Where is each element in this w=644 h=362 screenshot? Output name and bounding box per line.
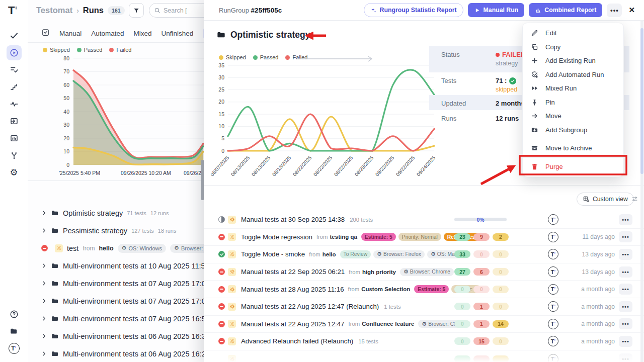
menu-item-move[interactable]: Move [523, 109, 623, 123]
menu-item-add-subgroup[interactable]: Add Subgroup [523, 123, 623, 137]
menu-item-pin[interactable]: Pin [523, 96, 623, 110]
gear-icon[interactable]: ⚙ [7, 165, 22, 180]
tab-manual[interactable]: Manual [59, 30, 82, 37]
tab-mixed[interactable]: Mixed [134, 30, 152, 37]
run-row[interactable]: Manual tests at 22 Aug 2025 12:47 (Relau… [204, 298, 644, 316]
row-more-button[interactable]: ••• [619, 336, 632, 347]
row-more-button[interactable]: ••• [619, 301, 632, 312]
row-more-button[interactable]: ••• [619, 353, 632, 362]
run-row[interactable]: Advanced Relaunch failed (Relaunch)15 te… [204, 333, 644, 350]
import-box-icon[interactable] [7, 114, 22, 129]
avatar: T’ [548, 284, 558, 295]
row-more-button[interactable]: ••• [619, 214, 632, 225]
chevron-right-icon[interactable] [41, 351, 47, 356]
red-count-pill [473, 355, 490, 362]
runs-count: 12 runs [150, 210, 169, 216]
yellow-count-pill: 0 [493, 303, 509, 310]
tab-automated[interactable]: Automated [91, 30, 124, 37]
menu-item-add-automated-run[interactable]: Add Automated Run [523, 68, 623, 82]
filter-sliders-icon[interactable] [631, 195, 638, 205]
from-source[interactable]: Confluence feature [362, 321, 414, 327]
run-row[interactable]: Manual tests at 28 Aug 2025 11:16fromCus… [204, 281, 644, 298]
row-more-button[interactable]: ••• [619, 231, 632, 242]
combined-report-button[interactable]: Combined Report [529, 3, 602, 17]
breadcrumb-testomat[interactable]: Testomat [36, 6, 72, 15]
run-title[interactable]: Toggle Mode regression [241, 233, 312, 241]
run-title[interactable]: Manual tests at 22 Aug 2025 12:47 (Relau… [241, 303, 379, 310]
chevron-right-icon[interactable] [41, 263, 47, 268]
info-label: Runs [429, 110, 496, 125]
row-more-button[interactable]: ••• [619, 249, 632, 260]
from-source[interactable]: high priority [362, 269, 396, 275]
check-icon[interactable] [7, 28, 22, 43]
menu-item-edit[interactable]: Edit [523, 26, 623, 40]
tree-group-row[interactable]: Multi-environment tests at 07 Aug 2025 1… [28, 275, 204, 292]
info-label: Tests [429, 72, 496, 95]
filter-button[interactable] [129, 3, 144, 18]
tree-group-row[interactable]: Multi-environment tests at 10 Aug 2025 1… [28, 257, 204, 275]
brand-avatar-icon[interactable]: T’ [7, 341, 22, 356]
run-row[interactable]: Manual tests at 30 Sep 2025 14:38200 tes… [204, 211, 644, 229]
menu-item-mixed-run[interactable]: Mixed Run [523, 81, 623, 96]
menu-item-copy[interactable]: Copy [523, 40, 623, 54]
info-value: 12 runs [496, 110, 519, 125]
run-title[interactable]: Manual tests at 22 Aug 2025 12:47 [241, 320, 345, 328]
chevron-right-icon[interactable] [41, 281, 47, 286]
select-all-checklist-icon[interactable] [41, 28, 50, 39]
tree-run-row[interactable]: testfromhello⚙OS: Windows⚙Browser: Chrom… [28, 239, 204, 257]
branch-icon[interactable] [7, 148, 22, 163]
help-icon[interactable] [7, 307, 22, 322]
from-source[interactable]: testing qa [330, 234, 357, 240]
group-history-chart: 3530252015105008/07/202508/13/202508/13/… [211, 59, 440, 184]
run-row[interactable]: T’••• [204, 350, 644, 362]
menu-item-move-to-archive[interactable]: Move to Archive [523, 141, 623, 155]
folder-plus-icon [531, 126, 538, 134]
row-more-button[interactable]: ••• [619, 284, 632, 295]
run-row[interactable]: Toggle Mode - smokefromhelloTo Review⚙Br… [204, 246, 644, 263]
steps-icon[interactable] [7, 79, 22, 95]
run-title[interactable]: Toggle Mode - smoke [241, 250, 305, 258]
chevron-right-icon[interactable] [41, 228, 47, 233]
modal-close-icon[interactable]: ✕ [626, 6, 637, 15]
play-circle-icon[interactable] [7, 45, 22, 60]
from-source[interactable]: hello [323, 251, 336, 257]
chevron-right-icon[interactable] [41, 210, 47, 216]
run-title[interactable]: Manual tests at 28 Aug 2025 11:16 [241, 286, 344, 293]
tree-group-row[interactable]: Multi-environment tests at 06 Aug 2025 1… [28, 327, 204, 345]
run-row[interactable]: Toggle Mode regressionfromtesting qaEsti… [204, 229, 644, 246]
svg-text:20: 20 [63, 135, 69, 141]
modal-actions: Rungroup Statistic Report Manual Run Com… [364, 3, 637, 17]
modal-scrollbar-thumb[interactable] [640, 28, 643, 174]
modal-more-button[interactable]: ••• [607, 4, 622, 17]
run-row[interactable]: Manual tests at 22 Aug 2025 12:47fromCon… [204, 316, 644, 333]
tree-item-label: test [67, 244, 78, 252]
modal-scrollbar[interactable] [640, 21, 643, 362]
info-value-line2: skipped [496, 86, 517, 93]
app-logo[interactable]: T' [8, 4, 18, 17]
tree-group-row[interactable]: Optimistic strategy71 tests12 runs [28, 204, 204, 222]
chevron-right-icon[interactable] [41, 298, 47, 304]
tab-unfinished[interactable]: Unfinished [162, 30, 194, 37]
menu-item-purge[interactable]: Purge [523, 160, 623, 174]
rungroup-statistic-report-button[interactable]: Rungroup Statistic Report [364, 3, 463, 17]
tree-group-row[interactable]: Multi-environment tests at 07 Aug 2025 1… [28, 292, 204, 310]
tree-group-row[interactable]: Multi-environment tests at 06 Aug 2025 1… [28, 345, 204, 362]
run-row[interactable]: Manual tests at 22 Sep 2025 06:21fromhig… [204, 263, 644, 281]
folders-icon[interactable] [7, 324, 22, 339]
from-source[interactable]: Custom Selection [361, 286, 410, 292]
row-more-button[interactable]: ••• [619, 318, 632, 329]
tree-group-row[interactable]: Pessimistic strategy127 tests18 runs [28, 222, 204, 239]
run-title[interactable]: Manual tests at 30 Sep 2025 14:38 [241, 216, 345, 223]
list-check-icon[interactable] [7, 62, 22, 77]
menu-item-add-existing-run[interactable]: Add Existing Run [523, 54, 623, 68]
custom-view-button[interactable]: Custom view [577, 193, 634, 206]
pulse-icon[interactable] [7, 97, 22, 112]
run-title[interactable]: Manual tests at 22 Sep 2025 06:21 [241, 268, 345, 276]
tree-group-row[interactable]: Multi-environment tests at 07 Aug 2025 1… [28, 310, 204, 327]
chevron-right-icon[interactable] [41, 316, 47, 321]
chevron-right-icon[interactable] [41, 333, 47, 339]
manual-run-button[interactable]: Manual Run [468, 3, 525, 17]
run-title[interactable]: Advanced Relaunch failed (Relaunch) [241, 337, 353, 345]
report-box-icon[interactable] [7, 131, 22, 146]
row-more-button[interactable]: ••• [619, 266, 632, 278]
